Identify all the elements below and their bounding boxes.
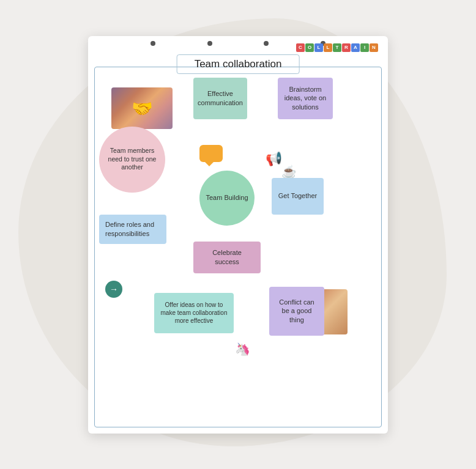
celebrate-success-card[interactable]: Celebrate success <box>193 242 261 273</box>
conflict-text: Conflict can be a good thing <box>275 298 318 324</box>
define-roles-card[interactable]: Define roles and responsibilities <box>99 215 166 244</box>
logo-letter-t: T <box>333 43 341 52</box>
logo-letter-o: O <box>305 43 314 52</box>
team-building-card[interactable]: Team Building <box>199 171 255 226</box>
logo-letter-n: N <box>370 43 378 52</box>
megaphone-icon: 📢 <box>266 151 282 167</box>
effective-communication-text: Effective communication <box>198 89 243 107</box>
whiteboard: C O L L T R A I N Team collaboration Eff… <box>88 36 388 434</box>
pin-3 <box>264 41 269 46</box>
logo-letter-i: I <box>360 43 369 52</box>
logo-letter-l2: L <box>324 43 332 52</box>
pin-2 <box>207 41 212 46</box>
arrow-right-icon[interactable]: → <box>105 281 122 298</box>
unicorn-icon: 🦄 <box>235 342 250 356</box>
photo-hands <box>111 87 173 129</box>
offer-ideas-card[interactable]: Offer ideas on how to make team collabor… <box>154 293 234 333</box>
board-title: Team collaboration <box>195 58 282 70</box>
brainstorm-text: Brainstorm ideas, vote on solutions <box>284 85 327 111</box>
get-together-text: Get Together <box>278 191 317 200</box>
conflict-card[interactable]: Conflict can be a good thing <box>269 287 324 336</box>
board-title-container: Team collaboration <box>177 54 300 74</box>
define-roles-text: Define roles and responsibilities <box>105 220 160 238</box>
logo-letter-c: C <box>296 43 305 52</box>
pin-1 <box>151 41 155 46</box>
celebrate-success-text: Celebrate success <box>199 248 255 266</box>
get-together-card[interactable]: Get Together <box>272 178 324 215</box>
colltrain-logo: C O L L T R A I N <box>296 43 378 52</box>
effective-communication-card[interactable]: Effective communication <box>193 78 247 119</box>
logo-letter-l1: L <box>314 43 323 52</box>
offer-ideas-text: Offer ideas on how to make team collabor… <box>160 301 228 325</box>
team-members-trust-text: Team members need to trust one another <box>105 147 159 172</box>
logo-letter-r: R <box>342 43 351 52</box>
logo-letter-a: A <box>351 43 360 52</box>
team-members-trust-card[interactable]: Team members need to trust one another <box>99 127 165 193</box>
brainstorm-card[interactable]: Brainstorm ideas, vote on solutions <box>278 78 333 119</box>
speech-bubble-icon <box>199 145 223 164</box>
team-building-text: Team Building <box>206 193 248 202</box>
coffee-icon: ☕ <box>281 164 297 179</box>
